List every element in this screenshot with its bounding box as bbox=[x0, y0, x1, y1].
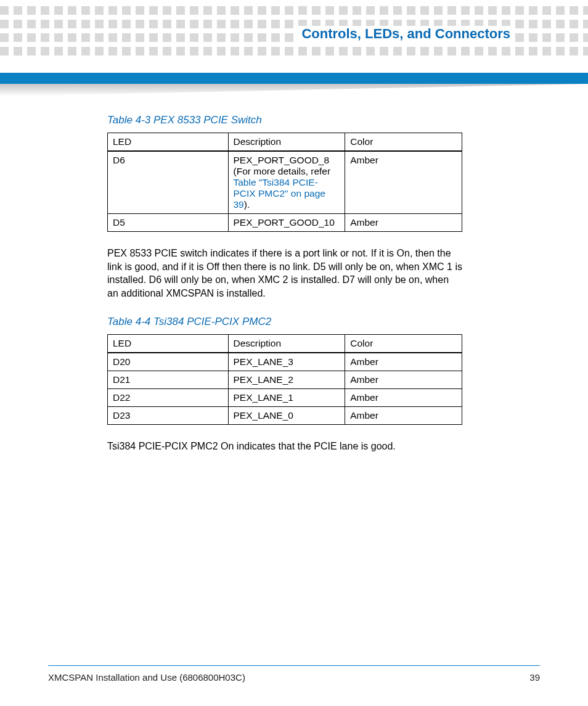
cell-color: Amber bbox=[345, 389, 462, 407]
footer-page-number: 39 bbox=[529, 672, 540, 683]
header-blue-bar bbox=[0, 73, 588, 84]
cell-desc: PEX_LANE_0 bbox=[228, 407, 345, 425]
cell-desc: PEX_LANE_3 bbox=[228, 353, 345, 371]
page-title: Controls, LEDs, and Connectors bbox=[298, 26, 514, 42]
cell-color: Amber bbox=[345, 407, 462, 425]
page-footer: XMCSPAN Installation and Use (6806800H03… bbox=[48, 665, 540, 683]
paragraph-2: Tsi384 PCIE-PCIX PMC2 On indicates that … bbox=[107, 440, 462, 453]
cell-led: D6 bbox=[108, 151, 229, 214]
th-led: LED bbox=[108, 133, 229, 152]
footer-doc-title: XMCSPAN Installation and Use (6806800H03… bbox=[48, 672, 245, 683]
cell-led: D21 bbox=[108, 371, 229, 389]
cell-led: D23 bbox=[108, 407, 229, 425]
cell-color: Amber bbox=[345, 371, 462, 389]
cell-led: D5 bbox=[108, 214, 229, 232]
table-4-4-caption: Table 4-4 Tsi384 PCIE-PCIX PMC2 bbox=[107, 316, 462, 328]
th-color: Color bbox=[345, 133, 462, 152]
table-4-3: LED Description Color D6 PEX_PORT_GOOD_8… bbox=[107, 133, 462, 232]
cell-desc: PEX_PORT_GOOD_10 bbox=[228, 214, 345, 232]
th-desc: Description bbox=[228, 335, 345, 353]
cell-led: D20 bbox=[108, 353, 229, 371]
cell-desc: PEX_PORT_GOOD_8 (For more details, refer… bbox=[228, 151, 345, 214]
table-row: D21 PEX_LANE_2 Amber bbox=[108, 371, 462, 389]
cell-desc: PEX_LANE_2 bbox=[228, 371, 345, 389]
table-4-4: LED Description Color D20 PEX_LANE_3 Amb… bbox=[107, 334, 462, 425]
th-color: Color bbox=[345, 335, 462, 353]
th-desc: Description bbox=[228, 133, 345, 152]
cell-color: Amber bbox=[345, 151, 462, 214]
table-row: D20 PEX_LANE_3 Amber bbox=[108, 353, 462, 371]
table-header-row: LED Description Color bbox=[108, 335, 462, 353]
cell-color: Amber bbox=[345, 214, 462, 232]
table-row: D6 PEX_PORT_GOOD_8 (For more details, re… bbox=[108, 151, 462, 214]
table-row: D5 PEX_PORT_GOOD_10 Amber bbox=[108, 214, 462, 232]
cell-desc: PEX_LANE_1 bbox=[228, 389, 345, 407]
table-4-3-caption: Table 4-3 PEX 8533 PCIE Switch bbox=[107, 114, 462, 126]
header-gray-wedge bbox=[0, 84, 588, 96]
table-row: D22 PEX_LANE_1 Amber bbox=[108, 389, 462, 407]
table-row: D23 PEX_LANE_0 Amber bbox=[108, 407, 462, 425]
table-header-row: LED Description Color bbox=[108, 133, 462, 152]
paragraph-1: PEX 8533 PCIE switch indicates if there … bbox=[107, 247, 462, 300]
main-content: Table 4-3 PEX 8533 PCIE Switch LED Descr… bbox=[107, 114, 462, 469]
cell-led: D22 bbox=[108, 389, 229, 407]
th-led: LED bbox=[108, 335, 229, 353]
cell-color: Amber bbox=[345, 353, 462, 371]
